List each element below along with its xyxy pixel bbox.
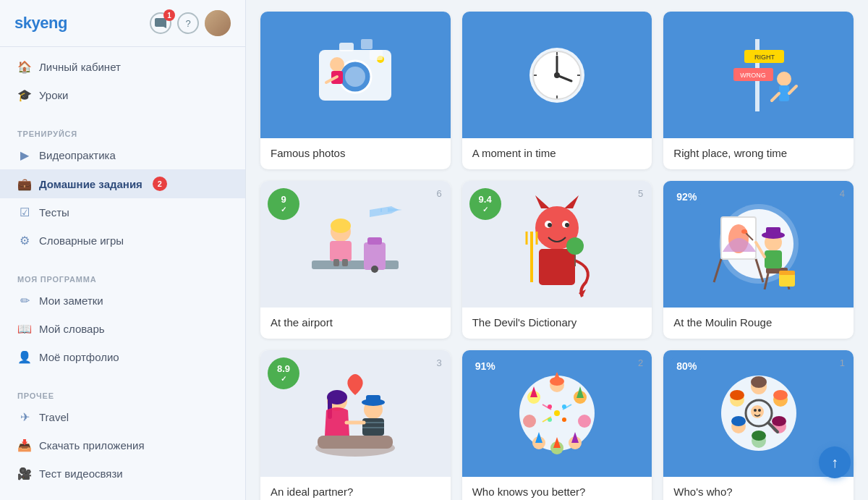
sidebar-label-travel: Travel bbox=[39, 411, 69, 423]
svg-point-45 bbox=[565, 223, 569, 227]
svg-point-44 bbox=[548, 223, 552, 227]
sidebar-item-videopractice[interactable]: ▶ Видеопрактика bbox=[0, 141, 245, 169]
header-icons: 1 ? bbox=[150, 10, 231, 36]
nav-section-main: 🏠 Личный кабинет 🎓 Уроки bbox=[0, 47, 245, 115]
sidebar-item-dictionary[interactable]: 📖 Мой словарь bbox=[0, 315, 245, 343]
card-whos-who[interactable]: 80% 1 bbox=[663, 350, 854, 500]
sidebar-label-portfolio: Моё портфолио bbox=[39, 351, 119, 363]
logo: skyeng bbox=[14, 14, 67, 33]
sidebar-label-dictionary: Мой словарь bbox=[39, 323, 105, 335]
svg-point-124 bbox=[758, 409, 761, 412]
videocall-icon: 🎥 bbox=[17, 467, 32, 480]
svg-marker-39 bbox=[535, 195, 550, 208]
sidebar-item-lessons[interactable]: 🎓 Уроки bbox=[0, 81, 245, 109]
svg-point-115 bbox=[752, 431, 766, 441]
card-num-whoknows: 2 bbox=[638, 357, 643, 368]
score-badge-moulin: 92% bbox=[671, 188, 702, 205]
card-title-moulin: At the Moulin Rouge bbox=[663, 308, 854, 339]
cards-grid: Famous photos bbox=[260, 0, 854, 500]
sidebar-label-videocall: Тест видеосвязи bbox=[39, 467, 123, 480]
card-illustration-famous-photos bbox=[260, 12, 451, 138]
sidebar-item-homework[interactable]: 💼 Домашние задания 2 bbox=[0, 169, 245, 198]
svg-point-117 bbox=[731, 416, 746, 426]
sidebar-label-videopractice: Видеопрактика bbox=[39, 149, 116, 161]
tests-icon: ☑ bbox=[17, 205, 32, 219]
card-moulin-rouge[interactable]: 92% 4 bbox=[663, 181, 854, 339]
card-famous-photos[interactable]: Famous photos bbox=[260, 12, 451, 169]
card-num-moulin: 4 bbox=[840, 188, 845, 199]
sidebar-item-wordgames[interactable]: ⚙ Словарные игры bbox=[0, 226, 245, 255]
svg-line-26 bbox=[772, 93, 779, 101]
card-moment-in-time[interactable]: A moment in time bbox=[462, 12, 652, 169]
sidebar: skyeng 1 ? 🏠 Личный кабинет bbox=[0, 0, 246, 500]
nav-section-myprogram: МОЯ ПРОГРАММА ✏ Мои заметки 📖 Мой словар… bbox=[0, 260, 245, 377]
svg-rect-69 bbox=[779, 274, 795, 287]
sidebar-item-apps[interactable]: 📥 Скачать приложения bbox=[0, 431, 245, 459]
card-title-airport: At the airport bbox=[260, 308, 451, 339]
card-who-knows[interactable]: 91% 2 bbox=[462, 350, 652, 500]
sidebar-item-cabinet[interactable]: 🏠 Личный кабинет bbox=[0, 53, 245, 81]
svg-point-30 bbox=[331, 219, 351, 233]
logo-text: skyeng bbox=[14, 14, 67, 32]
svg-point-24 bbox=[777, 72, 791, 86]
play-icon: ▶ bbox=[17, 148, 32, 162]
sidebar-item-tests[interactable]: ☑ Тесты bbox=[0, 198, 245, 226]
svg-rect-9 bbox=[361, 39, 373, 49]
svg-line-64 bbox=[714, 259, 721, 282]
card-ideal-partner[interactable]: 8.9 ✓ 3 bbox=[260, 350, 451, 500]
svg-point-111 bbox=[773, 390, 788, 400]
section-label-myprogram: МОЯ ПРОГРАММА bbox=[0, 266, 245, 287]
sidebar-item-notes[interactable]: ✏ Мои заметки bbox=[0, 287, 245, 315]
sidebar-item-portfolio[interactable]: 👤 Моё портфолио bbox=[0, 343, 245, 371]
portfolio-icon: 👤 bbox=[17, 350, 32, 364]
svg-rect-32 bbox=[333, 259, 339, 266]
svg-rect-78 bbox=[366, 395, 380, 404]
scroll-top-button[interactable]: ↑ bbox=[819, 446, 851, 478]
svg-rect-72 bbox=[318, 436, 393, 449]
card-illustration-right-place: RIGHT WRONG bbox=[663, 12, 854, 138]
svg-point-103 bbox=[562, 418, 566, 422]
card-title-whoswho: Who's who? bbox=[663, 477, 854, 500]
section-label-train: ТРЕНИРУЙСЯ bbox=[0, 121, 245, 141]
card-airport[interactable]: 9 ✓ 6 bbox=[260, 181, 451, 339]
sidebar-item-travel[interactable]: ✈ Travel bbox=[0, 403, 245, 431]
help-icon[interactable]: ? bbox=[177, 12, 199, 34]
sidebar-label-wordgames: Словарные игры bbox=[39, 234, 124, 247]
card-illustration-moment bbox=[462, 12, 652, 138]
svg-rect-3 bbox=[339, 43, 354, 51]
check-airport: ✓ bbox=[281, 205, 286, 213]
svg-rect-60 bbox=[766, 227, 780, 237]
svg-rect-35 bbox=[367, 237, 382, 245]
card-title-moment: A moment in time bbox=[462, 138, 652, 169]
sidebar-header: skyeng 1 ? bbox=[0, 0, 245, 47]
svg-point-119 bbox=[730, 390, 744, 400]
svg-point-96 bbox=[523, 415, 536, 428]
card-devils-dictionary[interactable]: 9.4 ✓ 5 bbox=[462, 181, 652, 339]
homework-badge: 2 bbox=[153, 177, 167, 191]
svg-point-5 bbox=[330, 57, 344, 72]
svg-marker-40 bbox=[564, 195, 579, 208]
sidebar-item-videocall[interactable]: 🎥 Тест видеосвязи bbox=[0, 459, 245, 488]
sidebar-label-cabinet: Личный кабинет bbox=[39, 61, 121, 73]
check-partner: ✓ bbox=[281, 375, 286, 383]
svg-text:RIGHT: RIGHT bbox=[754, 54, 775, 61]
card-img-airport: 9 ✓ 6 bbox=[260, 181, 451, 308]
svg-rect-25 bbox=[779, 85, 789, 101]
card-right-place[interactable]: RIGHT WRONG Right place, wrong time bbox=[663, 12, 854, 169]
score-value-airport: 9 bbox=[281, 195, 286, 205]
sidebar-label-homework: Домашние задания bbox=[39, 178, 142, 190]
lessons-icon: 🎓 bbox=[17, 88, 32, 102]
svg-point-109 bbox=[751, 376, 767, 388]
svg-point-123 bbox=[754, 409, 757, 412]
avatar[interactable] bbox=[205, 10, 231, 36]
travel-icon: ✈ bbox=[17, 410, 32, 424]
svg-point-68 bbox=[741, 229, 747, 234]
nav-section-other: ПРОЧЕЕ ✈ Travel 📥 Скачать приложения 🎥 Т… bbox=[0, 377, 245, 493]
chat-icon-wrap[interactable]: 1 bbox=[150, 12, 171, 34]
card-num-devil: 5 bbox=[638, 188, 643, 199]
card-title-whoknows: Who knows you better? bbox=[462, 477, 652, 500]
svg-point-36 bbox=[371, 266, 378, 273]
card-img-moment bbox=[462, 12, 652, 138]
svg-point-2 bbox=[345, 67, 365, 87]
home-icon: 🏠 bbox=[17, 60, 32, 74]
